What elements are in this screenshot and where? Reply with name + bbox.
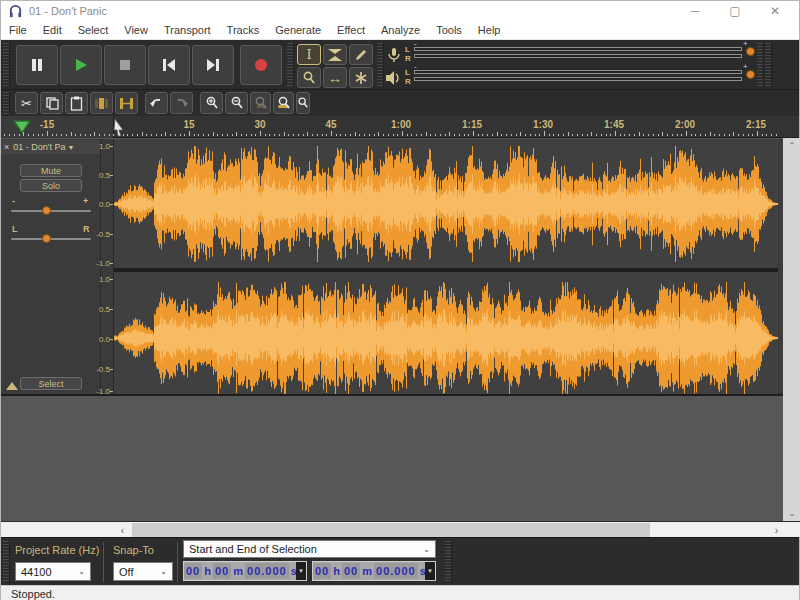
redo-button[interactable] (170, 92, 193, 114)
gain-slider-track[interactable] (11, 210, 91, 212)
playback-volume-slider[interactable] (746, 70, 755, 79)
envelope-tool-button[interactable] (323, 44, 347, 65)
time-unit-label[interactable]: m (360, 563, 374, 579)
tools-toolbar-grip[interactable] (287, 43, 294, 87)
horizontal-scroll-thumb[interactable] (132, 523, 650, 537)
silence-selection-button[interactable] (115, 92, 138, 114)
selection-start-field[interactable]: 00h00m00.000s▼ (183, 561, 307, 581)
snap-to-select[interactable]: Off ⌄ (113, 562, 173, 581)
title-bar[interactable]: 01 - Don't Panic ─ ▢ ✕ (1, 1, 799, 21)
track-title[interactable]: 01 - Don't Pa (13, 142, 65, 152)
time-unit-label[interactable]: h (331, 563, 342, 579)
meter-end-grip[interactable] (757, 43, 764, 87)
maximize-button[interactable]: ▢ (715, 1, 755, 21)
horizontal-scrollbar[interactable]: ‹ › (1, 521, 800, 537)
skip-to-end-icon (205, 58, 221, 72)
menu-edit[interactable]: Edit (35, 24, 70, 36)
skip-to-start-button[interactable] (148, 45, 190, 85)
time-digit-group[interactable]: 00 (342, 563, 360, 579)
time-digit-group[interactable]: 00.000 (245, 563, 289, 579)
menu-view[interactable]: View (116, 24, 156, 36)
draw-tool-button[interactable] (349, 44, 373, 65)
trim-outside-selection-button[interactable] (90, 92, 113, 114)
collapse-track-button[interactable] (6, 382, 18, 390)
menu-generate[interactable]: Generate (267, 24, 329, 36)
stop-button[interactable] (104, 45, 146, 85)
timeline-options-button[interactable] (13, 120, 31, 134)
time-digit-group[interactable]: 00.000 (374, 563, 418, 579)
window-title: 01 - Don't Panic (29, 5, 107, 17)
timeline-ruler[interactable]: -151530451:001:151:301:452:002:15 (1, 116, 799, 138)
waveform-display[interactable] (114, 139, 778, 394)
edit-toolbar-grip[interactable] (3, 92, 10, 114)
selection-end-field[interactable]: 00h00m00.000s▼ (312, 561, 436, 581)
playback-meter-r-bar[interactable] (414, 77, 742, 81)
gain-slider-thumb[interactable] (42, 206, 51, 215)
recording-meter-r-bar[interactable] (414, 54, 742, 58)
track-area[interactable]: × 01 - Don't Pa ▼ Mute Solo - + L R Sele… (1, 138, 783, 521)
scroll-left-button[interactable]: ‹ (114, 522, 131, 538)
track-select-button[interactable]: Select (20, 377, 82, 390)
paste-button[interactable] (65, 92, 88, 114)
time-unit-label[interactable]: m (231, 563, 245, 579)
pan-slider-thumb[interactable] (42, 234, 51, 243)
waveform-channel-right[interactable] (114, 272, 778, 394)
menu-select[interactable]: Select (70, 24, 117, 36)
playback-meter-l-bar[interactable] (414, 70, 742, 74)
vertical-scale-ruler[interactable]: 1.00.50.0-0.5-1.01.00.50.0-0.5-1.0 (101, 139, 114, 394)
project-rate-select[interactable]: 44100 ⌄ (15, 562, 91, 581)
vertical-scrollbar[interactable]: ⌃ ⌄ (783, 138, 800, 521)
track-close-icon[interactable]: × (4, 142, 9, 152)
fit-project-button[interactable] (273, 92, 294, 114)
dock-end-grip[interactable] (765, 43, 772, 87)
time-digit-group[interactable]: 00 (213, 563, 231, 579)
time-shift-tool-button[interactable]: ↔ (323, 67, 347, 88)
timeline-label: 15 (183, 119, 194, 130)
close-button[interactable]: ✕ (755, 1, 795, 21)
menu-file[interactable]: File (1, 24, 35, 36)
zoom-in-button[interactable] (200, 92, 223, 114)
multi-tool-button[interactable] (349, 67, 373, 88)
track-menu-caret-icon[interactable]: ▼ (68, 144, 75, 151)
recording-volume-slider[interactable] (746, 47, 755, 56)
time-digit-group[interactable]: 00 (313, 563, 331, 579)
meter-toolbar-grip[interactable] (377, 43, 384, 87)
menu-analyze[interactable]: Analyze (373, 24, 428, 36)
recording-meter-l-bar[interactable] (414, 47, 742, 51)
skip-to-end-button[interactable] (192, 45, 234, 85)
fit-selection-button[interactable] (250, 92, 271, 114)
menu-transport[interactable]: Transport (156, 24, 219, 36)
menu-tracks[interactable]: Tracks (219, 24, 268, 36)
undo-button[interactable] (145, 92, 168, 114)
scroll-up-button[interactable]: ⌃ (783, 138, 800, 154)
record-button[interactable] (240, 45, 282, 85)
audio-track[interactable]: × 01 - Don't Pa ▼ Mute Solo - + L R Sele… (1, 139, 783, 396)
menu-effect[interactable]: Effect (329, 24, 373, 36)
scroll-down-button[interactable]: ⌄ (783, 505, 800, 521)
zoom-tool-button[interactable] (297, 67, 321, 88)
waveform-channel-left[interactable] (114, 140, 778, 268)
scroll-right-button[interactable]: › (768, 522, 785, 538)
time-format-dropdown-icon[interactable]: ▼ (296, 562, 306, 580)
minimize-button[interactable]: ─ (675, 1, 715, 21)
zoom-out-button[interactable] (225, 92, 248, 114)
selection-tool-button[interactable]: I (297, 44, 321, 65)
menu-help[interactable]: Help (470, 24, 509, 36)
selection-toolbar-grip[interactable] (3, 541, 10, 583)
pan-slider-track[interactable] (11, 238, 91, 240)
mute-button[interactable]: Mute (20, 164, 82, 177)
play-button[interactable] (60, 45, 102, 85)
transport-toolbar-grip[interactable] (3, 43, 10, 87)
time-unit-label[interactable]: h (202, 563, 213, 579)
pause-button[interactable] (16, 45, 58, 85)
time-format-dropdown-icon[interactable]: ▼ (425, 562, 435, 580)
track-header[interactable]: × 01 - Don't Pa ▼ (1, 140, 100, 154)
copy-button[interactable] (40, 92, 63, 114)
cut-button[interactable]: ✂ (15, 92, 38, 114)
solo-button[interactable]: Solo (20, 179, 82, 192)
zoom-toggle-button[interactable] (296, 92, 310, 114)
selection-mode-select[interactable]: Start and End of Selection ⌄ (183, 540, 436, 558)
time-toolbar-grip[interactable] (445, 541, 452, 583)
menu-tools[interactable]: Tools (428, 24, 470, 36)
time-digit-group[interactable]: 00 (184, 563, 202, 579)
